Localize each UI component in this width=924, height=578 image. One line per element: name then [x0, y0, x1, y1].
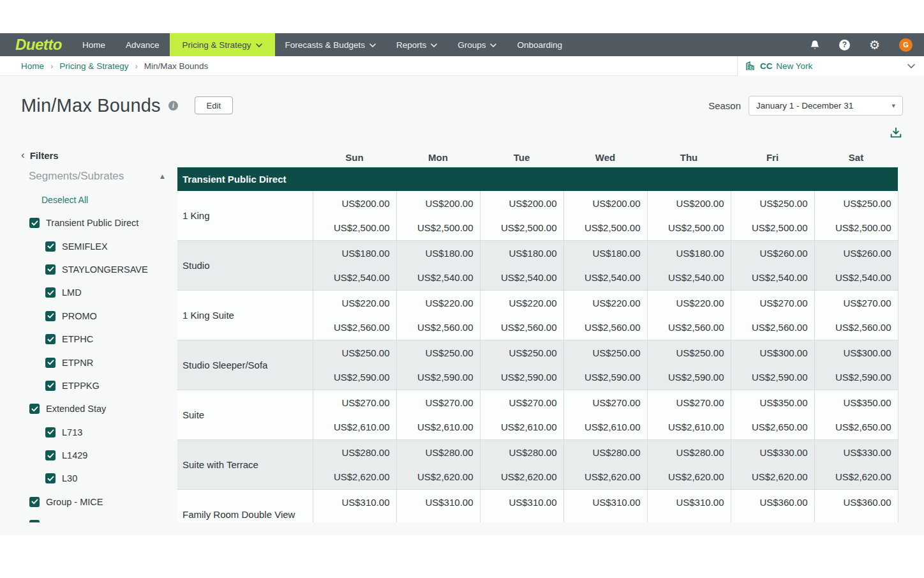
min-bound-value[interactable]: US$270.00 — [731, 291, 814, 316]
min-bound-value[interactable]: US$330.00 — [815, 440, 898, 465]
min-bound-value[interactable]: US$310.00 — [481, 490, 563, 515]
min-bound-value[interactable]: US$270.00 — [648, 390, 731, 415]
nav-item-pricing-strategy[interactable]: Pricing & Strategy — [170, 33, 275, 56]
max-bound-value[interactable]: US$2,610.00 — [397, 415, 480, 440]
min-bound-value[interactable]: US$270.00 — [313, 390, 396, 415]
max-bound-value[interactable]: US$2,540.00 — [313, 266, 396, 291]
max-bound-value[interactable]: US$2,620.00 — [648, 465, 731, 490]
min-bound-value[interactable]: US$180.00 — [481, 241, 563, 266]
max-bound-value[interactable]: US$2,540.00 — [648, 266, 731, 291]
min-bound-value[interactable]: US$280.00 — [564, 440, 647, 465]
max-bound-value[interactable]: US$2,590.00 — [564, 365, 647, 390]
checkbox-checked-icon[interactable] — [45, 427, 56, 437]
max-bound-value[interactable]: US$2,650.00 — [815, 415, 898, 440]
checkbox-checked-icon[interactable] — [45, 264, 56, 275]
min-bound-value[interactable]: US$220.00 — [397, 291, 480, 316]
min-bound-value[interactable]: US$350.00 — [731, 390, 814, 415]
property-selector[interactable]: CC New York — [737, 56, 924, 76]
deselect-all-link[interactable]: Deselect All — [41, 195, 88, 205]
max-bound-value[interactable]: US$2,650.00 — [731, 415, 814, 440]
max-bound-value[interactable]: US$2,620.00 — [397, 465, 480, 490]
max-bound-value[interactable]: US$2,610.00 — [481, 415, 563, 440]
max-bound-value[interactable]: US$2,650.00 — [397, 515, 480, 523]
segments-section-header[interactable]: Segments/Subrates ▲ — [21, 168, 177, 185]
checkbox-checked-icon[interactable] — [29, 497, 40, 507]
min-bound-value[interactable]: US$310.00 — [648, 490, 731, 515]
max-bound-value[interactable]: US$2,590.00 — [648, 365, 731, 390]
nav-item-groups[interactable]: Groups — [447, 33, 507, 56]
min-bound-value[interactable]: US$280.00 — [648, 440, 731, 465]
max-bound-value[interactable]: US$2,560.00 — [481, 316, 563, 340]
breadcrumb-item-home[interactable]: Home — [21, 61, 44, 71]
max-bound-value[interactable]: US$2,620.00 — [481, 465, 563, 490]
max-bound-value[interactable]: US$2,590.00 — [731, 365, 814, 390]
max-bound-value[interactable]: US$2,560.00 — [648, 316, 731, 340]
sidebar-item-transient-public-direct[interactable]: Transient Public Direct — [21, 211, 177, 234]
sidebar-item-staylongersave[interactable]: STAYLONGERSAVE — [21, 258, 177, 281]
min-bound-value[interactable]: US$300.00 — [815, 340, 898, 365]
min-bound-value[interactable]: US$260.00 — [731, 241, 814, 266]
max-bound-value[interactable]: US$2,620.00 — [313, 465, 396, 490]
bell-icon[interactable] — [810, 40, 820, 50]
min-bound-value[interactable]: US$220.00 — [313, 291, 396, 316]
max-bound-value[interactable]: US$2,540.00 — [397, 266, 480, 291]
min-bound-value[interactable]: US$180.00 — [648, 241, 731, 266]
checkbox-checked-icon[interactable] — [29, 218, 40, 228]
checkbox-checked-icon[interactable] — [45, 311, 56, 321]
gear-icon[interactable]: ⚙ — [869, 39, 880, 51]
min-bound-value[interactable]: US$270.00 — [815, 291, 898, 316]
max-bound-value[interactable]: US$2,560.00 — [731, 316, 814, 340]
max-bound-value[interactable]: US$2,560.00 — [313, 316, 396, 340]
min-bound-value[interactable]: US$180.00 — [564, 241, 647, 266]
max-bound-value[interactable]: US$2,560.00 — [564, 316, 647, 340]
edit-button[interactable]: Edit — [195, 96, 233, 114]
nav-item-home[interactable]: Home — [72, 33, 116, 56]
sidebar-item-extended-stay[interactable]: Extended Stay — [21, 397, 177, 420]
min-bound-value[interactable]: US$250.00 — [648, 340, 731, 365]
min-bound-value[interactable]: US$260.00 — [815, 241, 898, 266]
season-dropdown[interactable]: January 1 - December 31 ▾ — [749, 96, 903, 116]
max-bound-value[interactable]: US$2,500.00 — [564, 216, 647, 241]
sidebar-item-etpnr[interactable]: ETPNR — [21, 351, 177, 374]
max-bound-value[interactable]: US$2,500.00 — [648, 216, 731, 241]
min-bound-value[interactable]: US$270.00 — [397, 390, 480, 415]
download-icon[interactable] — [889, 125, 903, 141]
checkbox-checked-icon[interactable] — [45, 358, 56, 368]
min-bound-value[interactable]: US$270.00 — [481, 390, 563, 415]
min-bound-value[interactable]: US$200.00 — [564, 191, 647, 216]
max-bound-value[interactable]: US$2,650.00 — [481, 515, 563, 523]
min-bound-value[interactable]: US$220.00 — [648, 291, 731, 316]
checkbox-checked-icon[interactable] — [29, 520, 40, 522]
min-bound-value[interactable]: US$310.00 — [397, 490, 480, 515]
avatar[interactable]: G — [899, 38, 913, 52]
max-bound-value[interactable]: US$2,650.00 — [564, 515, 647, 523]
max-bound-value[interactable]: US$2,540.00 — [481, 266, 563, 291]
filters-collapse[interactable]: ‹ Filters — [21, 148, 177, 163]
min-bound-value[interactable]: US$270.00 — [564, 390, 647, 415]
max-bound-value[interactable]: US$2,540.00 — [731, 266, 814, 291]
nav-item-reports[interactable]: Reports — [386, 33, 447, 56]
min-bound-value[interactable]: US$310.00 — [313, 490, 396, 515]
checkbox-checked-icon[interactable] — [45, 334, 56, 344]
nav-item-onboarding[interactable]: Onboarding — [507, 33, 572, 56]
max-bound-value[interactable]: US$2,620.00 — [731, 465, 814, 490]
min-bound-value[interactable]: US$200.00 — [397, 191, 480, 216]
sidebar-item-blank[interactable] — [21, 513, 177, 522]
min-bound-value[interactable]: US$220.00 — [481, 291, 563, 316]
min-bound-value[interactable]: US$180.00 — [313, 241, 396, 266]
nav-item-advance[interactable]: Advance — [116, 33, 170, 56]
checkbox-checked-icon[interactable] — [45, 450, 56, 460]
max-bound-value[interactable]: US$2,590.00 — [481, 365, 563, 390]
breadcrumb-item-pricing-strategy[interactable]: Pricing & Strategy — [59, 61, 128, 71]
checkbox-checked-icon[interactable] — [45, 287, 56, 298]
max-bound-value[interactable]: US$2,500.00 — [313, 216, 396, 241]
max-bound-value[interactable]: US$2,590.00 — [397, 365, 480, 390]
min-bound-value[interactable]: US$360.00 — [731, 490, 814, 515]
min-bound-value[interactable]: US$350.00 — [815, 390, 898, 415]
max-bound-value[interactable]: US$2,650.00 — [648, 515, 731, 523]
max-bound-value[interactable]: US$2,560.00 — [815, 316, 898, 340]
sidebar-item-group-mice[interactable]: Group - MICE — [21, 491, 177, 513]
max-bound-value[interactable]: US$2,650.00 — [731, 515, 814, 523]
max-bound-value[interactable]: US$2,560.00 — [397, 316, 480, 340]
min-bound-value[interactable]: US$200.00 — [648, 191, 731, 216]
